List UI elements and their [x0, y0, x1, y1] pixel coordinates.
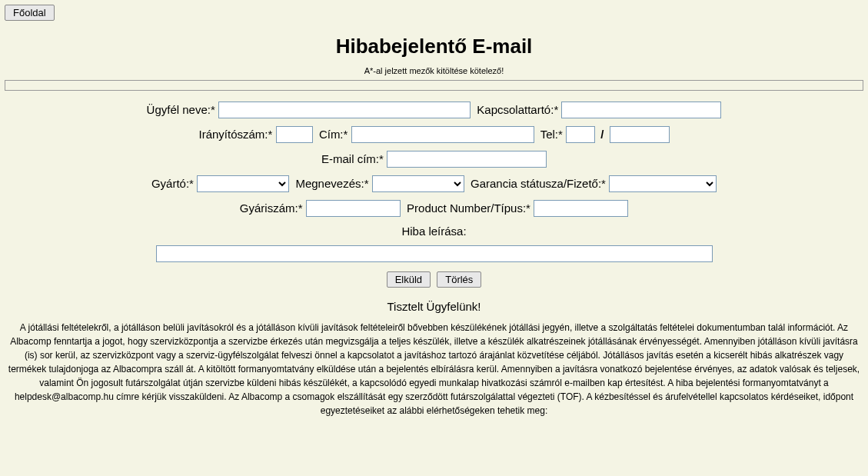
terms-text: A jótállási feltételekről, a jótálláson … — [0, 321, 868, 418]
contact-input[interactable] — [561, 102, 721, 118]
contact-label: Kapcsolattartó:* — [477, 103, 558, 116]
product-number-label: Product Number/Típus:* — [407, 201, 530, 215]
postal-code-label: Irányítószám:* — [198, 128, 272, 141]
email-input[interactable] — [387, 151, 547, 168]
error-report-form: Ügyfél neve:* Kapcsolattartó:* Irányítós… — [0, 102, 868, 288]
address-input[interactable] — [351, 126, 534, 143]
required-note: A*-al jelzett mezők kitöltése kötelező! — [0, 66, 868, 75]
separator-bar — [5, 80, 863, 91]
tel-number-input[interactable] — [610, 126, 670, 143]
submit-button[interactable]: Elküld — [387, 271, 431, 288]
warranty-status-label: Garancia státusza/Fizető:* — [471, 177, 606, 190]
home-button[interactable]: Főoldal — [5, 5, 55, 21]
page-title: Hibabejelentő E-mail — [0, 35, 868, 58]
postal-code-input[interactable] — [276, 126, 313, 143]
customer-name-label: Ügyfél neve:* — [147, 103, 215, 116]
serial-number-label: Gyáriszám:* — [240, 201, 303, 215]
product-number-input[interactable] — [534, 200, 628, 217]
tel-label: Tel:* — [540, 128, 563, 141]
email-label: E-mail cím:* — [321, 152, 384, 165]
tel-separator: / — [600, 128, 604, 141]
issue-desc-input[interactable] — [156, 245, 713, 262]
product-name-label: Megnevezés:* — [295, 177, 368, 190]
product-name-select[interactable] — [372, 175, 464, 192]
manufacturer-select[interactable] — [197, 175, 289, 192]
issue-desc-label: Hiba leírása: — [401, 225, 466, 238]
reset-button[interactable]: Törlés — [437, 271, 481, 288]
greeting: Tisztelt Ügyfelünk! — [0, 300, 868, 313]
manufacturer-label: Gyártó:* — [151, 177, 194, 190]
tel-prefix-input[interactable] — [566, 126, 595, 143]
customer-name-input[interactable] — [218, 102, 471, 118]
warranty-status-select[interactable] — [609, 175, 717, 192]
serial-number-input[interactable] — [306, 200, 401, 217]
address-label: Cím:* — [319, 128, 348, 141]
